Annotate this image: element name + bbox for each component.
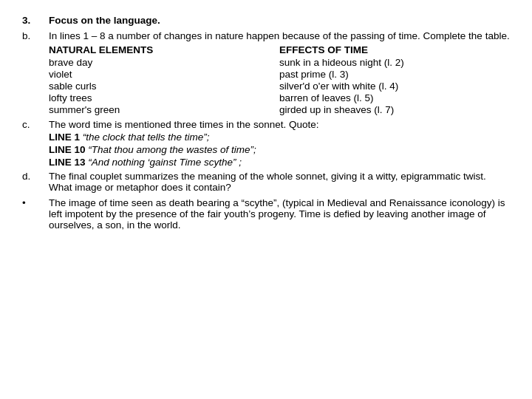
body-d: The final couplet summarizes the meaning… [49,171,510,193]
label-bullet: • [22,197,49,231]
section-b: b. In lines 1 – 8 a number of changes in… [22,30,510,117]
line-13-entry: LINE 13 “And nothing ‘gainst Time scythe… [49,157,510,168]
line-10-text: “That thou among the wastes of time”; [88,144,256,155]
section-c: c. The word time is mentioned three time… [22,119,510,169]
label-c: c. [22,119,49,169]
line-13-prefix: LINE 13 [49,157,86,168]
text-3: Focus on the language. [49,15,510,26]
line-13-text: “And nothing ‘gainst Time scythe” ; [88,157,242,168]
row-1-col1: brave day [49,57,279,68]
line-1-text: “the clock that tells the time”; [83,132,210,143]
line-10-entry: LINE 10 “That thou among the wastes of t… [49,144,510,155]
col-natural-elements: NATURAL ELEMENTS brave day violet sable … [49,44,279,116]
row-1-col2: sunk in a hideous night (l. 2) [279,57,510,68]
intro-c: The word time is mentioned three times i… [49,119,318,130]
row-3-col2: silver'd o'er with white (l. 4) [279,81,510,92]
col2-header: EFFECTS OF TIME [279,44,510,55]
content-area: 3. Focus on the language. b. In lines 1 … [22,15,510,231]
body-b: In lines 1 – 8 a number of changes in na… [49,30,510,117]
label-3: 3. [22,15,49,26]
col-effects-of-time: EFFECTS OF TIME sunk in a hideous night … [279,44,510,116]
nature-table: NATURAL ELEMENTS brave day violet sable … [49,44,510,116]
lines-block: LINE 1 “the clock that tells the time”; … [49,132,510,168]
intro-b: In lines 1 – 8 a number of changes in na… [49,30,510,41]
line-1-prefix: LINE 1 [49,132,80,143]
row-5-col2: girded up in sheaves (l. 7) [279,104,510,115]
line-1-entry: LINE 1 “the clock that tells the time”; [49,132,510,143]
label-b: b. [22,30,49,117]
row-5-col1: summer's green [49,104,279,115]
label-d: d. [22,171,49,193]
row-4-col1: lofty trees [49,92,279,103]
section-bullet: • The image of time seen as death bearin… [22,197,510,231]
row-4-col2: barren of leaves (l. 5) [279,92,510,103]
line-10-prefix: LINE 10 [49,144,86,155]
row-2-col1: violet [49,69,279,80]
body-c: The word time is mentioned three times i… [49,119,510,169]
row-3-col1: sable curls [49,81,279,92]
col1-header: NATURAL ELEMENTS [49,44,279,55]
body-bullet: The image of time seen as death bearing … [49,197,510,231]
section-d: d. The final couplet summarizes the mean… [22,171,510,193]
section-3: 3. Focus on the language. [22,15,510,26]
row-2-col2: past prime (l. 3) [279,69,510,80]
